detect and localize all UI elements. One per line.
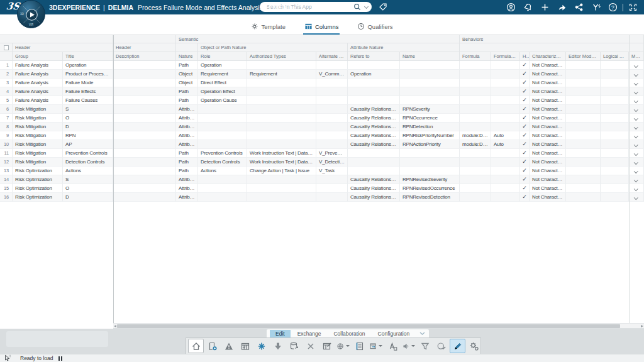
collapsed-panel[interactable]: [6, 331, 108, 347]
cell-menu[interactable]: [629, 96, 644, 105]
row-menu-chevron-icon[interactable]: [634, 178, 638, 182]
filter-icon[interactable]: [417, 339, 433, 353]
cell-menu[interactable]: [629, 184, 644, 193]
add-icon[interactable]: [536, 0, 553, 14]
cell-menu[interactable]: [629, 105, 644, 114]
cell-menu[interactable]: [629, 131, 644, 140]
mode-tabs-chevron-icon[interactable]: [419, 331, 426, 336]
row-menu-chevron-icon[interactable]: [634, 160, 638, 164]
asterisk-icon[interactable]: [253, 339, 269, 353]
cell-menu[interactable]: [629, 193, 644, 202]
column-header-formula[interactable]: Formula: [460, 52, 491, 61]
row-menu-chevron-icon[interactable]: [634, 90, 638, 94]
cell-menu[interactable]: [629, 158, 644, 167]
table-row[interactable]: 7Risk MitigationOAttributeCausality Rela…: [0, 114, 644, 123]
table-row[interactable]: 15Risk OptimizationOAttributeCausality R…: [0, 184, 644, 193]
cell-menu[interactable]: [629, 149, 644, 158]
row-menu-chevron-icon[interactable]: [634, 81, 638, 85]
table-row[interactable]: 10Risk MitigationAPAttributeCausality Re…: [0, 140, 644, 149]
home-icon[interactable]: [188, 339, 204, 353]
table-arrow-icon[interactable]: [368, 339, 384, 353]
column-header-num[interactable]: [0, 52, 13, 61]
row-menu-chevron-icon[interactable]: [634, 187, 638, 190]
globe-icon[interactable]: [335, 339, 351, 353]
cell-menu[interactable]: [629, 175, 644, 184]
frozen-pane-divider[interactable]: [113, 35, 114, 324]
column-header-authorized_types[interactable]: Authorized Types: [247, 52, 316, 61]
row-menu-chevron-icon[interactable]: [634, 151, 638, 155]
column-header-editor_module[interactable]: Editor Module: [566, 52, 601, 61]
checklist-icon[interactable]: [352, 339, 367, 353]
table-pencil-icon[interactable]: [319, 339, 335, 353]
select-all-checkbox[interactable]: [4, 45, 9, 50]
column-header-alternate_text[interactable]: Alternate Text...: [316, 52, 348, 61]
cell-menu[interactable]: [629, 70, 644, 79]
column-header-group[interactable]: Group: [13, 52, 63, 61]
scroll-right-arrow-icon[interactable]: [641, 325, 643, 327]
announce-dropdown-caret-icon[interactable]: [411, 345, 415, 347]
column-header-nature[interactable]: Nature: [176, 52, 198, 61]
table-arrow-dropdown-caret-icon[interactable]: [379, 345, 382, 347]
table-row[interactable]: 8Risk MitigationDAttributeCausality Rela…: [0, 123, 644, 131]
column-header-title[interactable]: Title: [63, 52, 113, 61]
load-down-icon[interactable]: [270, 339, 286, 353]
row-menu-chevron-icon[interactable]: [634, 125, 638, 129]
mode-tab-configuration[interactable]: Configuration: [372, 330, 416, 337]
column-header-role[interactable]: Role: [198, 52, 247, 61]
cell-menu[interactable]: [629, 140, 644, 149]
table-row[interactable]: 12Risk MitigationDetection ControlsPathD…: [0, 158, 644, 167]
row-menu-chevron-icon[interactable]: [634, 99, 638, 102]
table-row[interactable]: 2Failure AnalysisProduct or Process Cha.…: [0, 70, 644, 79]
row-menu-chevron-icon[interactable]: [634, 63, 638, 67]
column-header-ha[interactable]: Ha...: [520, 52, 530, 61]
table-row[interactable]: 14Risk OptimizationSAttributeCausality R…: [0, 175, 644, 184]
horizontal-scrollbar-thumb[interactable]: [117, 324, 620, 328]
search-icon[interactable]: [353, 3, 361, 11]
gear-tools-icon[interactable]: [466, 339, 482, 353]
table-row[interactable]: 11Risk MitigationPrevention ControlsPath…: [0, 149, 644, 158]
announce-icon[interactable]: [401, 339, 416, 353]
table-row[interactable]: 16Risk OptimizationDAttributeCausality R…: [0, 193, 644, 202]
tab-columns[interactable]: Columns: [303, 23, 340, 35]
database-arrow-icon[interactable]: [286, 339, 302, 353]
cell-menu[interactable]: [629, 114, 644, 123]
cell-menu[interactable]: [629, 123, 644, 131]
row-menu-chevron-icon[interactable]: [634, 134, 638, 138]
row-menu-chevron-icon[interactable]: [634, 169, 638, 173]
fullscreen-icon[interactable]: [625, 0, 641, 14]
table-row[interactable]: 1Failure AnalysisOperationPathOperation✓…: [0, 61, 644, 70]
row-menu-chevron-icon[interactable]: [634, 72, 638, 76]
cell-menu[interactable]: [629, 87, 644, 96]
mode-tab-exchange[interactable]: Exchange: [292, 330, 327, 337]
circle-pencil-icon[interactable]: [433, 339, 449, 353]
mode-tab-edit[interactable]: Edit: [270, 330, 291, 337]
pencil-icon[interactable]: [450, 339, 465, 353]
warning-icon[interactable]: [221, 339, 236, 353]
table-stats-icon[interactable]: [237, 339, 253, 353]
column-header-description[interactable]: Description: [113, 52, 176, 61]
table-row[interactable]: 4Failure AnalysisFailure EffectsPathOper…: [0, 87, 644, 96]
share-nodes-icon[interactable]: [570, 0, 587, 14]
column-header-formula_refresh[interactable]: Formula Refre...: [491, 52, 520, 61]
table-row[interactable]: 5Failure AnalysisFailure CausesPathOpera…: [0, 96, 644, 105]
delete-icon[interactable]: [303, 339, 318, 353]
row-menu-chevron-icon[interactable]: [634, 195, 638, 199]
pause-icon[interactable]: [58, 356, 62, 361]
cell-menu[interactable]: [629, 167, 644, 175]
scroll-left-arrow-icon[interactable]: [114, 325, 116, 327]
cell-menu[interactable]: [629, 61, 644, 70]
column-header-name[interactable]: Name: [400, 52, 460, 61]
notifications-icon[interactable]: [519, 0, 536, 14]
cell-menu[interactable]: [629, 79, 644, 87]
font-page-icon[interactable]: [384, 339, 400, 353]
tag-icon[interactable]: [377, 2, 389, 12]
table-row[interactable]: 6Risk MitigationSAttributeCausality Rela…: [0, 105, 644, 114]
horizontal-scrollbar[interactable]: [113, 323, 644, 329]
globe-dropdown-caret-icon[interactable]: [346, 345, 350, 347]
column-header-logical_groups[interactable]: Logical Groups: [601, 52, 629, 61]
row-menu-chevron-icon[interactable]: [634, 116, 638, 120]
search-scope-chevron-icon[interactable]: [364, 4, 369, 8]
mode-tab-collaboration[interactable]: Collaboration: [328, 330, 370, 337]
column-header-menu[interactable]: Menu: [629, 52, 644, 61]
swym-icon[interactable]: [587, 0, 604, 14]
